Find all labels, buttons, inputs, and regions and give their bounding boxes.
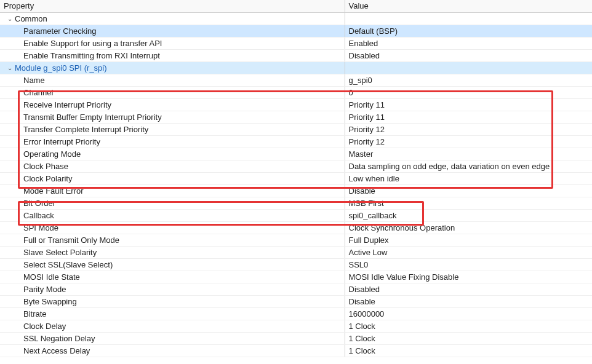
group-row[interactable]: ⌄Common [0, 12, 592, 25]
property-value[interactable]: Disable [345, 184, 592, 197]
property-row[interactable]: Transmit Buffer Empty Interrupt Priority… [0, 111, 592, 123]
property-row[interactable]: Full or Transmit Only ModeFull Duplex [0, 234, 592, 246]
property-name: SSL Negation Delay [0, 332, 345, 344]
property-row[interactable]: Callbackspi0_callback [0, 209, 592, 221]
property-name: Clock Polarity [0, 172, 345, 184]
property-name: Transfer Complete Interrupt Priority [0, 123, 345, 135]
property-value[interactable]: 1 Clock [345, 344, 592, 357]
property-name: Enable Transmitting from RXI Interrupt [0, 49, 345, 61]
property-row[interactable]: Clock Delay1 Clock [0, 320, 592, 332]
property-value[interactable]: Priority 12 [345, 135, 592, 148]
property-row[interactable]: Enable Transmitting from RXI InterruptDi… [0, 49, 592, 61]
header-value[interactable]: Value [345, 0, 592, 12]
property-name: Mode Fault Error [0, 184, 345, 197]
property-name: Byte Swapping [0, 295, 345, 307]
group-label: Common [15, 14, 47, 23]
property-value[interactable]: Low when idle [345, 172, 592, 184]
property-value[interactable]: spi0_callback [345, 209, 592, 221]
property-row[interactable]: Channel0 [0, 86, 592, 98]
property-name: Receive Interrupt Priority [0, 98, 345, 111]
property-row[interactable]: Clock PolarityLow when idle [0, 172, 592, 184]
property-value[interactable]: 0 [345, 86, 592, 98]
property-row[interactable]: Parameter CheckingDefault (BSP) [0, 25, 592, 37]
property-name: Operating Mode [0, 148, 345, 160]
property-value[interactable]: Default (BSP) [345, 25, 592, 37]
property-name: Error Interrupt Priority [0, 135, 345, 148]
property-name: Parity Mode [0, 283, 345, 295]
property-row[interactable]: Transfer Complete Interrupt PriorityPrio… [0, 123, 592, 135]
property-name: Enable Support for using a transfer API [0, 37, 345, 49]
table-header: Property Value [0, 0, 592, 12]
property-row[interactable]: Nameg_spi0 [0, 74, 592, 86]
property-value[interactable]: Enabled [345, 37, 592, 49]
property-row[interactable]: Clock PhaseData sampling on odd edge, da… [0, 160, 592, 172]
property-value[interactable]: Priority 12 [345, 123, 592, 135]
property-row[interactable]: Byte SwappingDisable [0, 295, 592, 307]
property-value[interactable]: g_spi0 [345, 74, 592, 86]
property-name: Clock Phase [0, 160, 345, 172]
property-value[interactable]: 16000000 [345, 307, 592, 320]
property-name: Select SSL(Slave Select) [0, 258, 345, 271]
property-name: Parameter Checking [0, 25, 345, 37]
property-value[interactable]: Full Duplex [345, 234, 592, 246]
property-value[interactable]: Priority 11 [345, 111, 592, 123]
group-row[interactable]: ⌄Module g_spi0 SPI (r_spi) [0, 61, 592, 74]
property-name: Full or Transmit Only Mode [0, 234, 345, 246]
chevron-down-icon[interactable]: ⌄ [6, 15, 14, 22]
property-value[interactable]: Clock Synchronous Operation [345, 221, 592, 234]
property-row[interactable]: Error Interrupt PriorityPriority 12 [0, 135, 592, 148]
property-row[interactable]: Parity ModeDisabled [0, 283, 592, 295]
property-value[interactable]: Master [345, 148, 592, 160]
property-row[interactable]: Operating ModeMaster [0, 148, 592, 160]
property-row[interactable]: Enable Support for using a transfer APIE… [0, 37, 592, 49]
header-property[interactable]: Property [0, 0, 345, 12]
property-row[interactable]: MOSI Idle StateMOSI Idle Value Fixing Di… [0, 271, 592, 283]
property-row[interactable]: Slave Select PolarityActive Low [0, 246, 592, 258]
property-row[interactable]: SSL Negation Delay1 Clock [0, 332, 592, 344]
property-value[interactable]: Data sampling on odd edge, data variatio… [345, 160, 592, 172]
property-value[interactable]: 1 Clock [345, 320, 592, 332]
property-name: Name [0, 74, 345, 86]
property-row[interactable]: SPI ModeClock Synchronous Operation [0, 221, 592, 234]
property-name: Bit Order [0, 197, 345, 209]
property-row[interactable]: Select SSL(Slave Select)SSL0 [0, 258, 592, 271]
property-value[interactable]: SSL0 [345, 258, 592, 271]
property-name: Slave Select Polarity [0, 246, 345, 258]
property-name: MOSI Idle State [0, 271, 345, 283]
property-value[interactable]: Priority 11 [345, 98, 592, 111]
group-label: Module g_spi0 SPI (r_spi) [15, 63, 107, 73]
property-value[interactable]: Disabled [345, 49, 592, 61]
property-name: SPI Mode [0, 221, 345, 234]
property-value[interactable]: MSB First [345, 197, 592, 209]
property-name: Callback [0, 209, 345, 221]
chevron-down-icon[interactable]: ⌄ [6, 65, 14, 71]
property-row[interactable]: Bitrate16000000 [0, 307, 592, 320]
property-value[interactable]: 1 Clock [345, 332, 592, 344]
property-name: Channel [0, 86, 345, 98]
property-value[interactable]: Active Low [345, 246, 592, 258]
property-row[interactable]: Bit OrderMSB First [0, 197, 592, 209]
property-name: Transmit Buffer Empty Interrupt Priority [0, 111, 345, 123]
property-value[interactable]: Disabled [345, 283, 592, 295]
property-row[interactable]: Next Access Delay1 Clock [0, 344, 592, 357]
property-row[interactable]: Receive Interrupt PriorityPriority 11 [0, 98, 592, 111]
property-name: Next Access Delay [0, 344, 345, 357]
property-name: Bitrate [0, 307, 345, 320]
properties-table: Property Value ⌄CommonParameter Checking… [0, 0, 592, 357]
property-row[interactable]: Mode Fault ErrorDisable [0, 184, 592, 197]
property-value[interactable]: Disable [345, 295, 592, 307]
property-value[interactable]: MOSI Idle Value Fixing Disable [345, 271, 592, 283]
property-name: Clock Delay [0, 320, 345, 332]
